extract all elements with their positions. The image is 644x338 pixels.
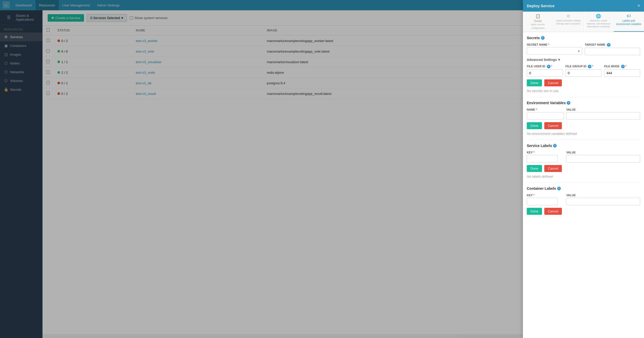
service-label-key-input[interactable]: [527, 155, 558, 162]
networks-step-icon: 🌐: [585, 14, 612, 19]
env-value-input[interactable]: [566, 112, 640, 120]
env-value-label: VALUE: [566, 108, 640, 111]
secrets-done-button[interactable]: Done: [527, 79, 542, 86]
file-group-id-help-icon[interactable]: ?: [588, 65, 591, 68]
file-group-id-label: FILE GROUP ID ? *: [565, 65, 601, 68]
service-labels-help-icon[interactable]: ?: [553, 144, 557, 147]
container-labels-section-title: Container Labels ?: [527, 186, 640, 191]
service-label-key-group: KEY *: [527, 151, 564, 162]
scheduler-step-label: Adjust scheduler related settings and co…: [555, 19, 582, 25]
secrets-cancel-button[interactable]: Cancel: [544, 79, 562, 86]
no-secrets-text: No secrets are in use.: [527, 89, 640, 93]
container-label-value-input[interactable]: [566, 198, 640, 205]
file-user-id-group: FILE USER ID ? * 0: [527, 65, 563, 77]
env-value-group: VALUE: [566, 108, 640, 120]
file-user-id-label: FILE USER ID ? *: [527, 65, 563, 68]
env-step-icon: 🏷: [615, 14, 642, 18]
secret-name-label: SECRET NAME *: [527, 43, 582, 46]
container-labels-cancel-button[interactable]: Cancel: [544, 208, 562, 215]
wizard-step-scheduler[interactable]: ⚙ Adjust scheduler related settings and …: [553, 12, 584, 32]
secrets-section-title: Secrets ?: [527, 36, 640, 40]
no-labels-text: No labels defined: [527, 175, 640, 178]
target-name-help-icon[interactable]: ?: [607, 43, 611, 47]
env-done-button[interactable]: Done: [527, 122, 542, 129]
container-label-key-label: KEY *: [527, 194, 564, 197]
service-label-key-label: KEY *: [527, 151, 564, 154]
deploy-panel-title: Deploy Service: [527, 4, 555, 8]
file-mode-group: FILE MODE ? * 444: [604, 65, 640, 77]
file-user-id-help-icon[interactable]: ?: [547, 65, 550, 68]
secrets-form-row: SECRET NAME * TARGET NAME ?: [527, 43, 640, 55]
service-label-value-input[interactable]: [566, 155, 640, 162]
secret-name-group: SECRET NAME *: [527, 43, 582, 55]
file-mode-help-icon[interactable]: ?: [621, 65, 625, 68]
secrets-help-icon[interactable]: ?: [541, 36, 545, 40]
service-label-value-label: VALUE: [566, 151, 640, 154]
service-labels-section-title: Service Labels ?: [527, 144, 640, 148]
wizard-step-details[interactable]: 📋 DetailsBasic service configuration: [523, 12, 553, 32]
container-label-key-input[interactable]: [527, 198, 558, 205]
service-labels-cancel-button[interactable]: Cancel: [544, 165, 562, 172]
env-name-label: NAME *: [527, 108, 564, 111]
wizard-steps: 📋 DetailsBasic service configuration ⚙ A…: [523, 12, 644, 32]
networks-step-label: Networks, mount volumes, set resources r…: [585, 19, 612, 28]
file-settings-row: FILE USER ID ? * 0 FILE GROUP ID ? * 0 F…: [527, 65, 640, 77]
container-label-key-group: KEY *: [527, 194, 564, 205]
file-user-id-input[interactable]: 0: [527, 69, 563, 77]
file-group-id-group: FILE GROUP ID ? * 0: [565, 65, 601, 77]
target-name-label: TARGET NAME ?: [585, 43, 640, 47]
file-group-id-input[interactable]: 0: [565, 69, 601, 77]
deploy-panel-body: Secrets ? SECRET NAME * TARGET NAME ?: [523, 32, 644, 338]
deploy-panel-header: Deploy Service ×: [523, 0, 644, 12]
wizard-step-networks[interactable]: 🌐 Networks, mount volumes, set resources…: [583, 12, 614, 32]
deploy-panel-close[interactable]: ×: [637, 3, 640, 9]
container-label-value-label: VALUE: [566, 194, 640, 197]
advanced-chevron-icon: ▾: [558, 58, 560, 62]
env-step-label: Labels and environment variables: [615, 19, 642, 26]
details-step-label: DetailsBasic service configuration: [524, 19, 552, 30]
service-label-value-group: VALUE: [566, 151, 640, 162]
file-mode-input[interactable]: 444: [604, 69, 640, 77]
deploy-panel: Deploy Service × 📋 DetailsBasic service …: [523, 0, 644, 338]
target-name-input[interactable]: [585, 48, 640, 55]
container-labels-done-button[interactable]: Done: [527, 208, 542, 215]
no-env-text: No environment variables defined: [527, 132, 640, 136]
env-cancel-button[interactable]: Cancel: [544, 122, 562, 129]
env-vars-section-title: Environment Variables ?: [527, 101, 640, 105]
scheduler-step-icon: ⚙: [555, 14, 582, 19]
container-labels-form-row: KEY * VALUE: [527, 194, 640, 205]
advanced-settings-toggle[interactable]: Advanced Settings ▾: [527, 58, 640, 62]
secret-name-select[interactable]: [527, 47, 582, 55]
env-name-input[interactable]: [527, 112, 564, 120]
file-mode-label: FILE MODE ? *: [604, 65, 640, 68]
env-vars-form-row: NAME * VALUE: [527, 108, 640, 120]
service-labels-done-button[interactable]: Done: [527, 165, 542, 172]
target-name-group: TARGET NAME ?: [585, 43, 640, 55]
env-name-group: NAME *: [527, 108, 564, 120]
container-labels-help-icon[interactable]: ?: [557, 187, 561, 190]
details-step-icon: 📋: [524, 14, 552, 19]
container-label-value-group: VALUE: [566, 194, 640, 205]
service-labels-form-row: KEY * VALUE: [527, 151, 640, 162]
wizard-step-env[interactable]: 🏷 Labels and environment variables: [614, 12, 644, 32]
env-vars-help-icon[interactable]: ?: [567, 101, 570, 105]
